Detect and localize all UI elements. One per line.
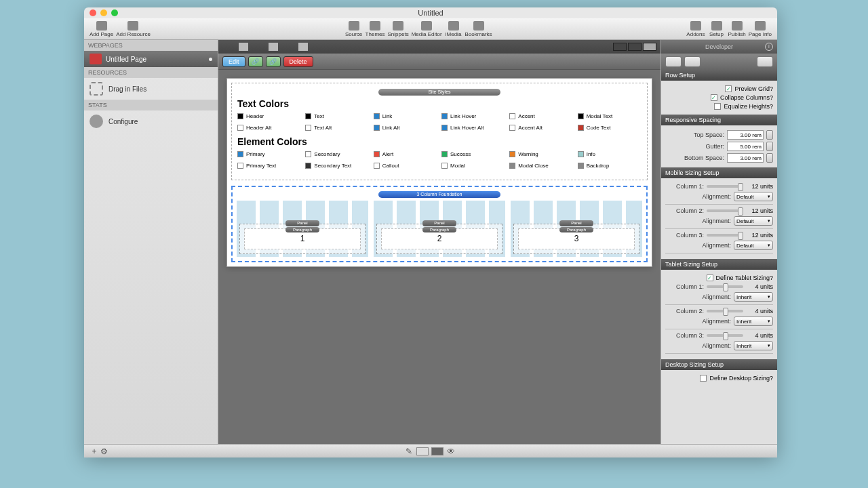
paragraph-stack[interactable]: Paragraph1 xyxy=(244,228,361,249)
color-swatch[interactable]: Info xyxy=(578,151,642,157)
alignment-select[interactable]: Inherit xyxy=(734,292,773,302)
define-tablet-check[interactable] xyxy=(707,274,713,281)
color-swatch[interactable]: Link xyxy=(374,113,437,119)
alignment-select[interactable]: Inherit xyxy=(734,341,773,350)
column-slider[interactable] xyxy=(707,234,743,237)
view-mode-3[interactable] xyxy=(298,43,308,51)
color-swatch[interactable]: Primary Text xyxy=(237,163,301,169)
color-swatch[interactable]: Text xyxy=(305,113,369,119)
column-slider[interactable] xyxy=(707,209,743,212)
preview-grid-check[interactable] xyxy=(725,85,732,92)
canvas[interactable]: Site Styles Text Colors HeaderTextLinkLi… xyxy=(218,70,660,444)
alignment-select[interactable]: Default xyxy=(734,216,773,226)
link-button-1[interactable]: 🔗 xyxy=(248,56,263,67)
settings-button[interactable]: ⚙ xyxy=(99,447,108,456)
alignment-select[interactable]: Inherit xyxy=(734,317,773,326)
color-swatch[interactable]: Success xyxy=(441,151,505,157)
page-info-button[interactable]: Page Info xyxy=(749,21,772,37)
site-styles-stack[interactable]: Site Styles Text Colors HeaderTextLinkLi… xyxy=(231,83,648,180)
edit-button[interactable]: Edit xyxy=(222,56,245,67)
export-button[interactable] xyxy=(757,56,773,67)
stepper[interactable] xyxy=(766,142,773,151)
color-swatch[interactable]: Warning xyxy=(509,151,573,157)
themes-button[interactable]: Themes xyxy=(366,21,385,37)
imedia-button[interactable]: iMedia xyxy=(445,21,462,37)
alignment-select[interactable]: Default xyxy=(734,192,773,201)
panel-stack[interactable]: PanelParagraph3 xyxy=(513,224,639,254)
collapse-check[interactable] xyxy=(711,94,717,101)
addons-button[interactable]: Addons xyxy=(686,21,705,37)
color-swatch[interactable]: Link Alt xyxy=(374,125,437,131)
color-swatch[interactable]: Link Hover xyxy=(441,113,505,119)
setup-button[interactable]: Setup xyxy=(708,21,726,37)
equalize-check[interactable] xyxy=(714,103,721,110)
column[interactable]: PanelParagraph2 xyxy=(374,201,505,257)
color-swatch[interactable]: Accent Alt xyxy=(509,125,573,131)
stepper[interactable] xyxy=(766,153,773,163)
column-slider[interactable] xyxy=(707,185,743,188)
color-swatch[interactable]: Secondary xyxy=(305,151,369,157)
column[interactable]: PanelParagraph1 xyxy=(237,201,368,257)
view-mode-1[interactable] xyxy=(239,43,248,51)
zoom-button[interactable] xyxy=(111,9,118,16)
add-page-button[interactable]: Add Page xyxy=(90,21,113,37)
color-swatch[interactable]: Secondary Text xyxy=(305,163,369,169)
mode-seg-1[interactable] xyxy=(416,447,429,455)
device-seg-3[interactable] xyxy=(643,43,656,51)
publish-button[interactable]: Publish xyxy=(728,21,746,37)
bookmarks-button[interactable]: Bookmarks xyxy=(465,21,492,37)
mode-seg-2[interactable] xyxy=(431,447,443,455)
source-button[interactable]: Source xyxy=(345,21,363,37)
minimize-button[interactable] xyxy=(100,9,107,16)
column-slider[interactable] xyxy=(707,310,743,312)
color-swatch[interactable]: Callout xyxy=(374,163,437,169)
color-swatch[interactable]: Code Text xyxy=(578,125,642,131)
panel-stack[interactable]: PanelParagraph1 xyxy=(239,224,366,254)
color-swatch[interactable]: Accent xyxy=(509,113,573,119)
lock-button[interactable] xyxy=(684,56,701,67)
color-swatch[interactable]: Modal Text xyxy=(578,113,642,119)
color-swatch[interactable]: Header Alt xyxy=(237,125,301,131)
delete-button[interactable]: Delete xyxy=(283,56,313,67)
color-swatch[interactable]: Text Alt xyxy=(305,125,369,131)
column-slider[interactable] xyxy=(707,334,743,337)
view-mode-2[interactable] xyxy=(269,43,278,51)
top-space-input[interactable] xyxy=(727,130,764,140)
close-button[interactable] xyxy=(90,9,96,16)
panel-stack[interactable]: PanelParagraph2 xyxy=(376,224,502,254)
bookmarks-icon xyxy=(473,21,484,30)
color-swatch[interactable]: Alert xyxy=(374,151,437,157)
alignment-select[interactable]: Default xyxy=(734,241,773,250)
define-desktop-check[interactable] xyxy=(700,375,707,382)
media-editor-button[interactable]: Media Editor xyxy=(412,21,442,37)
color-swatch[interactable]: Modal xyxy=(441,163,505,169)
color-swatch[interactable]: Primary xyxy=(237,151,301,157)
add-resource-button[interactable]: Add Resource xyxy=(116,21,151,37)
info-icon[interactable]: i xyxy=(765,43,773,51)
visibility-button[interactable] xyxy=(665,56,682,67)
gutter-input[interactable] xyxy=(727,142,764,151)
device-seg-2[interactable] xyxy=(628,43,642,51)
drag-in-files[interactable]: Drag in Files xyxy=(84,78,218,100)
paragraph-stack[interactable]: Paragraph3 xyxy=(518,228,635,249)
preview-mode-icon[interactable]: 👁 xyxy=(446,447,456,456)
color-swatch[interactable]: Header xyxy=(237,113,301,119)
add-button[interactable]: + xyxy=(90,447,99,456)
color-swatch[interactable]: Backdrop xyxy=(578,163,642,169)
paragraph-stack[interactable]: Paragraph2 xyxy=(381,228,498,249)
configure-stats[interactable]: Configure xyxy=(84,110,218,132)
edit-mode-icon[interactable]: ✎ xyxy=(404,447,414,456)
page-item-untitled[interactable]: Untitled Page xyxy=(84,51,218,67)
swatch-label: Secondary xyxy=(314,151,340,157)
link-button-2[interactable]: 🔗 xyxy=(266,56,281,67)
swatch-label: Alert xyxy=(382,151,393,157)
stepper[interactable] xyxy=(766,130,773,140)
snippets-button[interactable]: Snippets xyxy=(388,21,409,37)
color-swatch[interactable]: Link Hover Alt xyxy=(441,125,505,131)
column[interactable]: PanelParagraph3 xyxy=(511,201,642,257)
foundation-stack[interactable]: 3 Column Foundation PanelParagraph1Panel… xyxy=(231,186,648,262)
color-swatch[interactable]: Modal Close xyxy=(509,163,573,169)
bottom-space-input[interactable] xyxy=(727,153,764,163)
column-slider[interactable] xyxy=(707,285,743,288)
device-seg-1[interactable] xyxy=(613,43,627,51)
